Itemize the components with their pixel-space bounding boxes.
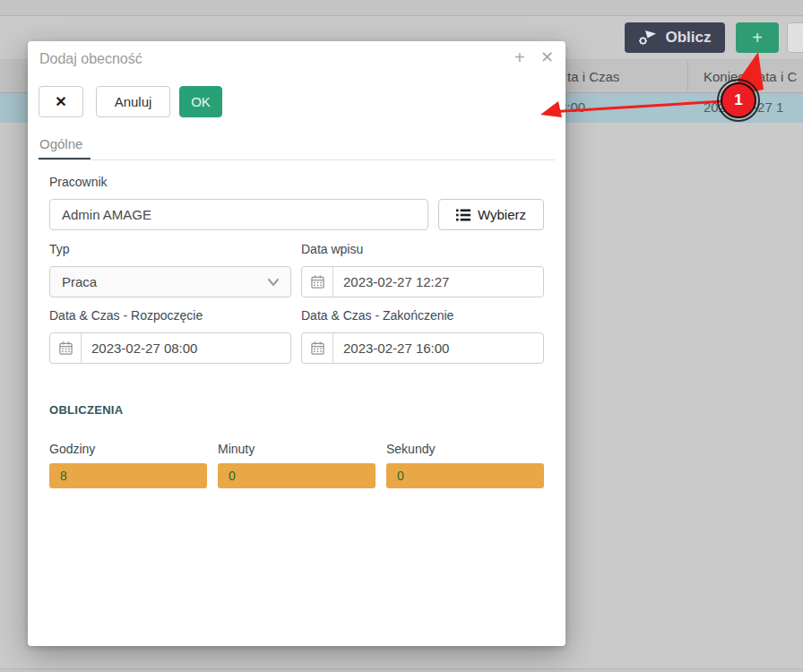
wybierz-button[interactable]: Wybierz	[438, 199, 544, 230]
minuty-label: Minuty	[218, 442, 255, 456]
dialog-title: Dodaj obecność	[39, 51, 142, 67]
zakonczenie-label: Data & Czas - Zakończenie	[301, 308, 453, 323]
calendar-icon	[302, 267, 333, 297]
partial-button[interactable]	[787, 22, 803, 53]
rozpoczecie-input[interactable]: 2023-02-27 08:00	[49, 332, 291, 364]
top-bar	[0, 0, 803, 16]
rozpoczecie-value: 2023-02-27 08:00	[82, 340, 197, 356]
column-header-start[interactable]: ta i Czas	[567, 69, 619, 84]
ok-button[interactable]: OK	[179, 86, 222, 117]
column-divider	[687, 60, 688, 94]
wybierz-button-label: Wybierz	[478, 207, 526, 222]
cancel-button[interactable]: Anuluj	[96, 86, 170, 117]
pracownik-label: Pracownik	[49, 175, 108, 189]
close-x-icon: ✕	[55, 93, 66, 110]
calendar-icon	[302, 333, 333, 363]
sekundy-label: Sekundy	[386, 442, 435, 456]
calendar-icon	[50, 333, 82, 363]
typ-label: Typ	[49, 242, 70, 256]
typ-selected-value: Praca	[50, 274, 267, 289]
add-attendance-button[interactable]: +	[736, 22, 779, 53]
dialog-close-icon[interactable]: ✕	[540, 48, 554, 66]
rozpoczecie-label: Data & Czas - Rozpoczęcie	[49, 308, 203, 323]
pracownik-input[interactable]: Admin AMAGE	[49, 199, 428, 230]
oblicz-button-label: Oblicz	[665, 29, 711, 47]
data-wpisu-value: 2023-02-27 12:27	[333, 274, 449, 289]
typ-select[interactable]: Praca	[49, 266, 291, 297]
add-attendance-dialog: Dodaj obecność + ✕ ✕ Anuluj OK Ogólne Pr…	[28, 41, 566, 646]
list-icon	[456, 209, 471, 221]
dialog-expand-icon[interactable]: +	[514, 48, 525, 66]
zakonczenie-input[interactable]: 2023-02-27 16:00	[301, 332, 544, 364]
tab-ogolne[interactable]: Ogólne	[39, 136, 82, 151]
godziny-value: 8	[49, 469, 67, 483]
column-header-end[interactable]: Koniec Data i C	[704, 69, 797, 84]
godziny-label: Godziny	[49, 442, 95, 456]
tab-separator	[39, 159, 555, 160]
minuty-field: 0	[218, 463, 376, 488]
pracownik-value: Admin AMAGE	[50, 207, 151, 222]
chevron-down-icon	[267, 278, 280, 287]
step-badge-1: 1	[721, 82, 756, 118]
step-badge-number: 1	[734, 91, 742, 109]
calculate-run-icon	[638, 30, 658, 46]
sekundy-value: 0	[386, 469, 404, 483]
obliczenia-section-header: OBLICZENIA	[49, 403, 123, 417]
minuty-value: 0	[218, 469, 236, 483]
app-screen: Oblicz + ta i Czas Koniec Data i C 8:00 …	[0, 0, 803, 672]
zakonczenie-value: 2023-02-27 16:00	[333, 340, 449, 356]
sekundy-field: 0	[386, 463, 544, 488]
godziny-field: 8	[49, 463, 207, 488]
oblicz-button[interactable]: Oblicz	[625, 22, 725, 53]
data-wpisu-label: Data wpisu	[301, 242, 363, 256]
data-wpisu-input[interactable]: 2023-02-27 12:27	[301, 266, 544, 297]
close-button[interactable]: ✕	[39, 86, 83, 117]
plus-icon: +	[752, 29, 763, 47]
